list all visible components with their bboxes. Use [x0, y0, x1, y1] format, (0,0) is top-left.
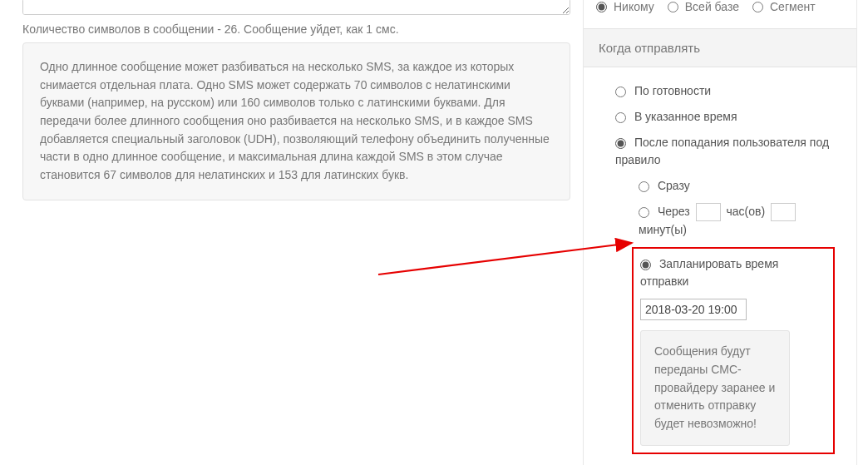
- opt-ready[interactable]: По готовности: [615, 84, 711, 97]
- audience-all-radio[interactable]: [668, 2, 678, 12]
- audience-none-radio[interactable]: [596, 2, 607, 12]
- subopt-schedule-label: Запланировать время отправки: [640, 257, 778, 288]
- hours-label: час(ов): [726, 205, 765, 218]
- audience-all[interactable]: Всей базе: [668, 0, 739, 13]
- audience-all-label: Всей базе: [685, 0, 739, 13]
- message-textarea[interactable]: [22, 0, 570, 15]
- opt-at-time-label: В указанное время: [634, 110, 737, 123]
- schedule-warning: Сообщения будут переданы СМС-провайдеру …: [640, 330, 790, 445]
- audience-segment[interactable]: Сегмент: [752, 0, 816, 13]
- subopt-schedule-radio[interactable]: [640, 260, 651, 270]
- subopt-through-radio[interactable]: [639, 207, 649, 218]
- subopt-through[interactable]: Через: [639, 205, 693, 218]
- audience-segment-radio[interactable]: [752, 2, 763, 12]
- subopt-immediately[interactable]: Сразу: [639, 179, 690, 192]
- schedule-highlight-box: Запланировать время отправки Сообщения б…: [632, 247, 835, 453]
- hours-input[interactable]: [696, 203, 721, 221]
- opt-ready-radio[interactable]: [615, 87, 626, 97]
- opt-at-time[interactable]: В указанное время: [615, 110, 737, 123]
- when-to-send-header: Когда отправлять: [584, 28, 856, 67]
- opt-after-rule[interactable]: После попадания пользователя под правило: [615, 136, 829, 166]
- minutes-label: минут(ы): [639, 223, 687, 236]
- opt-after-rule-label: После попадания пользователя под правило: [615, 136, 829, 166]
- audience-none[interactable]: Никому: [596, 0, 654, 13]
- subopt-immediately-label: Сразу: [658, 179, 690, 192]
- minutes-input[interactable]: [771, 203, 796, 221]
- opt-at-time-radio[interactable]: [615, 112, 626, 123]
- subopt-schedule[interactable]: Запланировать время отправки: [640, 257, 778, 288]
- char-count-label: Количество символов в сообщении - 26. Со…: [22, 22, 570, 36]
- sms-info-box: Одно длинное сообщение может разбиваться…: [22, 42, 570, 200]
- subopt-through-label: Через: [658, 205, 690, 218]
- opt-ready-label: По готовности: [634, 84, 711, 97]
- subopt-immediately-radio[interactable]: [639, 181, 649, 192]
- audience-segment-label: Сегмент: [770, 0, 816, 13]
- datetime-input[interactable]: [640, 299, 747, 320]
- audience-none-label: Никому: [614, 0, 654, 13]
- opt-after-rule-radio[interactable]: [615, 138, 626, 149]
- audience-radios: Никому Всей базе Сегмент: [584, 0, 856, 17]
